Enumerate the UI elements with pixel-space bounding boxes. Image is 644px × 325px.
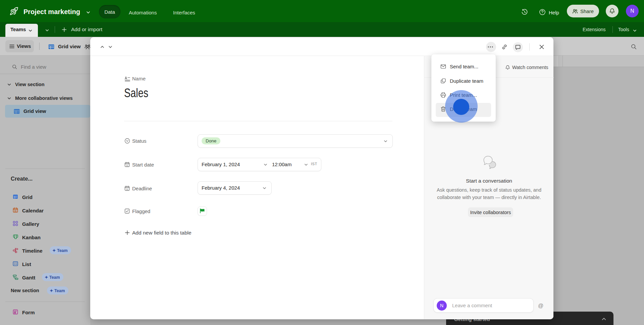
- svg-text:31: 31: [126, 188, 128, 190]
- svg-text:31: 31: [14, 210, 17, 212]
- svg-text:31: 31: [126, 165, 128, 167]
